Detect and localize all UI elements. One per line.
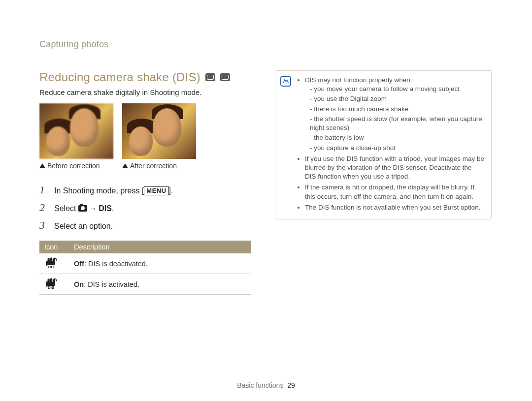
step-number: 1	[39, 184, 47, 196]
note-intro: DIS may not function properly when:	[305, 76, 412, 84]
example-images	[39, 103, 251, 159]
option-desc: : DIS is activated.	[84, 280, 139, 288]
step-text: .	[112, 204, 114, 213]
step-text: Select	[54, 204, 78, 213]
step-number: 2	[39, 201, 47, 214]
option-name: Off	[74, 260, 84, 268]
list-item: The DIS function is not available when y…	[305, 203, 484, 212]
dis-off-icon: OFF	[44, 257, 57, 268]
option-desc: : DIS is deactivated.	[84, 260, 148, 268]
subtitle: Reduce camera shake digitally in Shootin…	[39, 88, 251, 96]
menu-button-label: MENU	[144, 186, 168, 195]
step-1: 1 In Shooting mode, press [MENU].	[39, 184, 251, 196]
right-column: DIS may not function properly when: you …	[275, 70, 492, 295]
program-mode-icon	[205, 73, 215, 81]
step-3: 3 Select an option.	[39, 219, 251, 232]
step-text: Select an option.	[54, 222, 113, 231]
page-footer: Basic functions 29	[0, 381, 532, 389]
list-item: the shutter speed is slow (for example, …	[310, 115, 484, 132]
note-box: DIS may not function properly when: you …	[275, 70, 492, 219]
step-text: ].	[169, 186, 173, 195]
page-title: Reducing camera shake (DIS)	[39, 70, 200, 84]
steps-list: 1 In Shooting mode, press [MENU]. 2 Sele…	[39, 184, 251, 232]
note-reasons: you move your camera to follow a moving …	[305, 85, 484, 153]
list-item: you use the Digital zoom	[310, 94, 484, 103]
list-item: If the camera is hit or dropped, the dis…	[305, 183, 484, 201]
list-item: If you use the DIS function with a tripo…	[305, 154, 484, 182]
list-item: the battery is low	[310, 133, 484, 142]
image-after-correction	[122, 103, 196, 159]
table-header-description: Description	[69, 241, 251, 253]
step-number: 3	[39, 219, 47, 232]
page-number: 29	[287, 381, 295, 389]
arrow-icon: →	[87, 204, 99, 213]
step-text: In Shooting mode, press [	[54, 186, 144, 195]
left-column: Reducing camera shake (DIS) Reduce camer…	[39, 70, 251, 295]
icon-sub-label: OFF	[47, 265, 56, 269]
list-item: there is too much camera shake	[310, 105, 484, 114]
scene-mode-icon	[220, 73, 230, 81]
step-bold: DIS	[99, 204, 112, 213]
options-table: Icon Description OFF Off: DIS is deactiv…	[39, 241, 251, 295]
breadcrumb: Capturing photos	[39, 39, 495, 50]
step-2: 2 Select → DIS.	[39, 201, 251, 214]
table-header-icon: Icon	[39, 241, 69, 253]
caption-after: After correction	[122, 162, 196, 170]
triangle-up-icon	[122, 163, 128, 168]
table-row: DIS On: DIS is activated.	[39, 274, 251, 295]
list-item: you capture a close-up shot	[310, 144, 484, 153]
dis-on-icon: DIS	[44, 278, 57, 289]
caption-before: Before correction	[39, 162, 113, 170]
camera-icon	[78, 205, 87, 212]
icon-sub-label: DIS	[47, 286, 55, 290]
caption-before-label: Before correction	[47, 162, 100, 170]
triangle-up-icon	[39, 163, 45, 168]
image-before-correction	[39, 103, 113, 159]
caption-after-label: After correction	[130, 162, 177, 170]
table-row: OFF Off: DIS is deactivated.	[39, 253, 251, 274]
option-name: On	[74, 280, 84, 288]
note-icon	[280, 76, 291, 87]
list-item: you move your camera to follow a moving …	[310, 85, 484, 93]
footer-section: Basic functions	[237, 381, 283, 389]
